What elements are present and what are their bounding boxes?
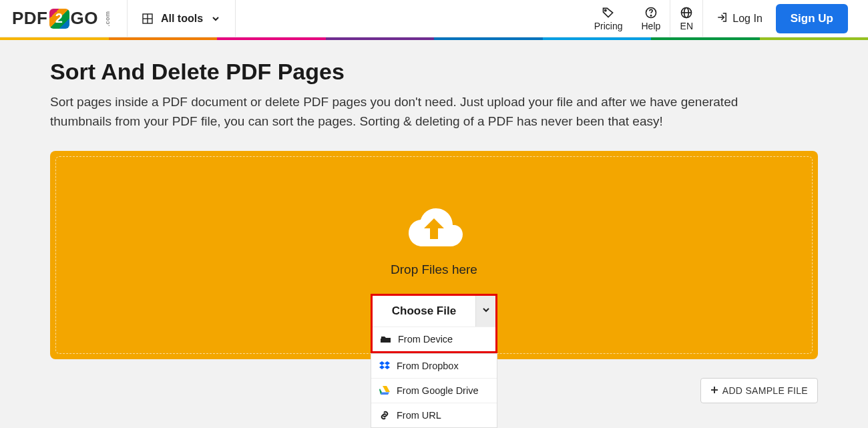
- from-dropbox-label: From Dropbox: [397, 361, 459, 371]
- svg-point-5: [650, 15, 651, 15]
- from-google-drive-label: From Google Drive: [397, 385, 478, 396]
- from-dropbox-option[interactable]: From Dropbox: [371, 353, 497, 378]
- logo-text-pdf: PDF: [12, 8, 48, 29]
- all-tools-menu[interactable]: All tools: [128, 0, 235, 37]
- nav-language-label: EN: [680, 21, 693, 31]
- highlight-box: Choose File From Device: [371, 294, 497, 353]
- add-sample-label: ADD SAMPLE FILE: [722, 385, 808, 396]
- from-device-option[interactable]: From Device: [373, 327, 495, 351]
- nav-language[interactable]: EN: [670, 0, 702, 37]
- logo-text-2: 2: [49, 9, 69, 29]
- login-button[interactable]: Log In: [703, 0, 775, 37]
- grid-icon: [142, 13, 153, 24]
- from-url-label: From URL: [397, 410, 441, 421]
- logo-text-go: GO: [71, 8, 98, 29]
- nav-help-label: Help: [642, 21, 661, 31]
- from-google-drive-option[interactable]: From Google Drive: [371, 378, 497, 403]
- logo[interactable]: PDF 2 GO .com: [0, 0, 127, 37]
- from-device-label: From Device: [398, 334, 453, 345]
- page-subtitle: Sort pages inside a PDF document or dele…: [50, 93, 798, 131]
- folder-icon: [381, 335, 391, 344]
- choose-file-button[interactable]: Choose File: [373, 296, 475, 327]
- rainbow-stripe: [0, 37, 868, 40]
- signup-button[interactable]: Sign Up: [776, 4, 848, 33]
- chevron-down-icon: [211, 14, 220, 23]
- google-drive-icon: [379, 386, 390, 395]
- logo-text-com: .com: [103, 11, 110, 26]
- all-tools-label: All tools: [161, 13, 203, 25]
- choose-file-dropdown-toggle[interactable]: [475, 296, 495, 327]
- cloud-upload-icon: [401, 200, 467, 256]
- svg-point-3: [605, 9, 606, 11]
- drop-text: Drop Files here: [391, 262, 477, 277]
- login-icon: [716, 11, 728, 26]
- header-bar: PDF 2 GO .com All tools Pricing Help: [0, 0, 868, 37]
- page-title: Sort And Delete PDF Pages: [50, 59, 818, 85]
- globe-icon: [680, 6, 693, 19]
- dropzone[interactable]: Drop Files here Choose File From: [50, 151, 818, 359]
- choose-file-group: Choose File From Device: [371, 294, 497, 428]
- add-sample-file-button[interactable]: ADD SAMPLE FILE: [700, 378, 818, 403]
- nav-help[interactable]: Help: [632, 0, 670, 37]
- chevron-down-icon: [481, 305, 491, 317]
- link-icon: [379, 411, 390, 420]
- nav-pricing[interactable]: Pricing: [585, 0, 632, 37]
- help-icon: [644, 6, 658, 19]
- nav-pricing-label: Pricing: [594, 21, 623, 31]
- price-tag-icon: [602, 6, 615, 19]
- from-url-option[interactable]: From URL: [371, 403, 497, 427]
- dropbox-icon: [379, 361, 390, 371]
- login-label: Log In: [732, 13, 762, 25]
- plus-icon: [710, 385, 718, 396]
